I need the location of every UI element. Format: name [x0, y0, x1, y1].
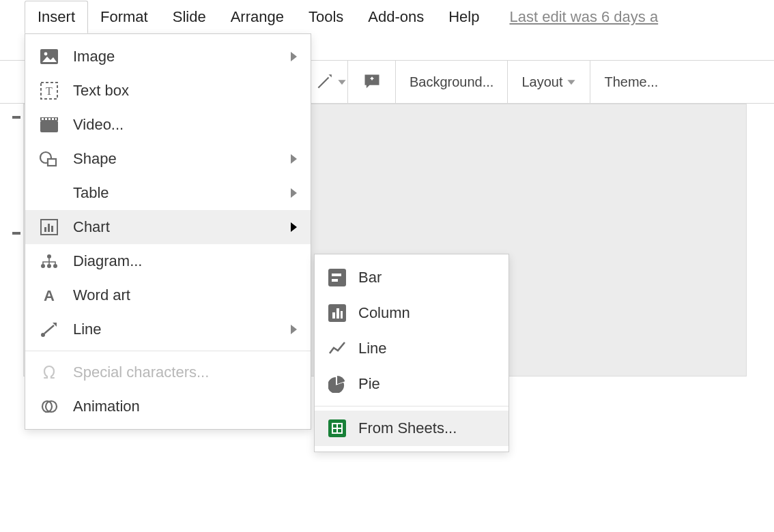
submenu-arrow-icon	[291, 154, 297, 164]
menu-addons[interactable]: Add-ons	[356, 1, 436, 33]
caret-down-icon	[337, 77, 347, 87]
svg-rect-21	[51, 226, 53, 232]
sheets-icon	[327, 419, 347, 437]
menu-label: Diagram...	[73, 252, 297, 270]
pie-icon	[327, 375, 347, 393]
svg-point-24	[47, 264, 51, 268]
line-tool-icon	[315, 73, 333, 91]
shape-icon	[38, 151, 61, 167]
toolbar-layout-button[interactable]: Layout	[508, 61, 590, 103]
animation-icon	[38, 398, 61, 415]
toolbar-layout-label: Layout	[521, 74, 562, 90]
svg-rect-37	[336, 308, 339, 319]
menu-label: Text box	[73, 82, 297, 100]
chart-line[interactable]: Line	[315, 331, 508, 366]
menu-divider	[315, 406, 508, 407]
svg-text:T: T	[46, 85, 53, 97]
svg-rect-36	[332, 312, 335, 319]
menu-label: Shape	[73, 150, 291, 168]
menu-slide[interactable]: Slide	[160, 1, 218, 33]
svg-marker-0	[328, 74, 331, 77]
insert-menu-dropdown: Image T Text box Video... Shape Table Ch…	[25, 33, 311, 430]
submenu-arrow-icon	[291, 325, 297, 334]
menu-label: Pie	[358, 375, 495, 393]
menu-label: Word art	[73, 286, 297, 304]
omega-icon	[38, 364, 61, 381]
svg-rect-34	[332, 279, 338, 282]
menu-label: Chart	[73, 218, 291, 236]
linechart-icon	[327, 341, 347, 356]
chart-column[interactable]: Column	[315, 295, 508, 331]
column-icon	[327, 304, 347, 322]
insert-diagram[interactable]: Diagram...	[25, 244, 311, 278]
insert-wordart[interactable]: A Word art	[25, 278, 311, 312]
menu-label: Line	[358, 340, 495, 357]
menu-insert[interactable]: Insert	[25, 1, 88, 33]
last-edit-link[interactable]: Last edit was 6 days a	[491, 8, 658, 26]
menu-label: Table	[73, 184, 291, 202]
svg-point-25	[53, 264, 57, 268]
menubar: Insert Format Slide Arrange Tools Add-on…	[0, 0, 774, 34]
chart-submenu: Bar Column Line Pie From Sheets...	[314, 254, 509, 452]
textbox-icon: T	[38, 82, 61, 100]
menu-label: Video...	[73, 116, 297, 134]
toolbar-background-label: Background...	[410, 74, 493, 90]
menu-help[interactable]: Help	[436, 1, 491, 33]
svg-rect-17	[48, 159, 56, 166]
menu-divider	[25, 351, 311, 351]
svg-rect-13	[48, 118, 51, 120]
chart-icon	[38, 219, 61, 235]
chart-pie[interactable]: Pie	[315, 366, 508, 402]
svg-marker-1	[338, 80, 345, 85]
insert-table[interactable]: Table	[25, 176, 311, 210]
svg-point-22	[47, 254, 51, 258]
svg-rect-9	[40, 121, 58, 132]
insert-shape[interactable]: Shape	[25, 142, 311, 176]
svg-point-23	[41, 264, 45, 268]
toolbar-background-button[interactable]: Background...	[396, 61, 508, 103]
insert-image[interactable]: Image	[25, 40, 311, 74]
svg-rect-12	[45, 118, 47, 120]
thumbnail-indicator	[12, 232, 20, 235]
svg-rect-19	[44, 227, 46, 232]
image-icon	[38, 49, 61, 64]
insert-video[interactable]: Video...	[25, 108, 311, 142]
menu-arrange[interactable]: Arrange	[218, 1, 296, 33]
menu-label: Image	[73, 48, 291, 65]
toolbar-theme-button[interactable]: Theme...	[590, 61, 672, 103]
chart-bar[interactable]: Bar	[315, 260, 508, 295]
svg-rect-3	[371, 77, 373, 80]
submenu-arrow-icon	[291, 52, 297, 61]
menu-label: Bar	[358, 269, 495, 286]
svg-rect-20	[48, 224, 50, 232]
menu-label: Special characters...	[73, 364, 297, 381]
submenu-arrow-icon	[291, 222, 297, 232]
menu-tools[interactable]: Tools	[296, 1, 356, 33]
menu-label: Line	[73, 321, 291, 338]
submenu-arrow-icon	[291, 188, 297, 198]
insert-animation[interactable]: Animation	[25, 389, 311, 424]
insert-special-characters: Special characters...	[25, 355, 311, 389]
svg-text:A: A	[44, 287, 55, 304]
chart-from-sheets[interactable]: From Sheets...	[315, 411, 508, 446]
svg-line-28	[44, 325, 54, 334]
menu-label: Column	[358, 304, 495, 322]
add-comment-icon	[362, 72, 382, 91]
caret-down-icon	[567, 77, 576, 87]
menu-label: Animation	[73, 398, 297, 415]
diagram-icon	[38, 254, 61, 269]
insert-chart[interactable]: Chart	[25, 210, 311, 244]
line-icon	[38, 321, 61, 338]
bar-icon	[327, 269, 347, 286]
wordart-icon: A	[38, 287, 61, 304]
insert-line[interactable]: Line	[25, 312, 311, 346]
toolbar-paint-format[interactable]	[314, 61, 348, 103]
toolbar-comment-button[interactable]	[348, 61, 396, 103]
svg-marker-4	[568, 80, 575, 85]
svg-rect-38	[341, 311, 343, 319]
toolbar-theme-label: Theme...	[604, 74, 658, 90]
menu-label: From Sheets...	[358, 419, 495, 437]
svg-rect-14	[52, 118, 54, 120]
insert-textbox[interactable]: T Text box	[25, 74, 311, 108]
menu-format[interactable]: Format	[88, 1, 160, 33]
